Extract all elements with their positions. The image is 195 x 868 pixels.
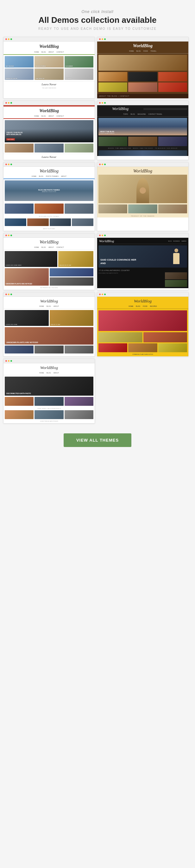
demo-card-1[interactable]: WorldBlog HOME BLOG ABOUT CONTACT GET PA…	[3, 37, 95, 99]
demo10-bottom-grid	[97, 343, 188, 353]
chrome-min-4	[102, 102, 103, 104]
demo-row-6: WorldBlog HOME BLOG ABOUT DISCONNECTED E…	[0, 359, 195, 424]
demo3-image-grid	[3, 144, 95, 154]
chrome-min-5	[8, 163, 9, 165]
demo2-img-6	[158, 83, 187, 92]
demo11-img-5	[35, 410, 63, 419]
demo5-hero: BLOG AND PHOTO THEMES AMAZING COLLECTION	[5, 180, 93, 201]
chrome-max-9	[10, 293, 12, 295]
demo-card-11[interactable]: WorldBlog HOME BLOG ABOUT DISCONNECTED E…	[3, 359, 95, 424]
demo1-img-3: CUCUMBER	[65, 56, 93, 67]
demo5-footer: BLOG AND PHOTO THEMES	[3, 215, 95, 218]
demo5-img-5	[27, 218, 49, 226]
chrome-max-6	[104, 163, 106, 165]
chrome-close-6	[99, 163, 101, 165]
demo-card-8[interactable]: WorldBlog BLOG BUSINESS GAMING	[97, 233, 189, 290]
demo3-footer: Laura Navar	[3, 154, 95, 160]
demo4-text-row: WHERE TIME AMAZES HIM · WHEN I HAD THE B…	[97, 147, 188, 150]
demo-card-7[interactable]: WorldBlog HOME BLOG ABOUT CONTACT LOOKS …	[3, 233, 95, 290]
view-all-themes-button[interactable]: View all Themes	[64, 433, 131, 447]
demo3-img-2	[35, 144, 63, 153]
demo3-img-3	[65, 144, 93, 153]
demo5-img-7	[72, 218, 93, 226]
demo9-img-cat: LOOKS LIKE HOME	[5, 310, 49, 326]
chrome-close-4	[99, 102, 101, 104]
demo1-img-4: DROPS OF COLOR	[5, 68, 34, 80]
demo-card-2[interactable]: WorldBlog HOME BLOG FOOD TRAVEL	[97, 37, 189, 99]
demo1-nav: HOME BLOG ABOUT CONTACT	[3, 51, 95, 55]
demo-card-5[interactable]: WorldBlog HOME BLOG PHOTO THEMES ABOUT B…	[3, 162, 95, 231]
demo6-img-1	[99, 205, 127, 213]
demo6-grid	[97, 205, 188, 215]
chrome-min-3	[8, 102, 9, 104]
header-preheading: One click Install	[6, 9, 189, 14]
demo7-hero-area: LOOKS LIKE HOME DEMO CALLED ON TO SAY	[3, 250, 95, 268]
chrome-min-10	[102, 293, 103, 295]
demo9-featured-row: UNKNOWN PLANTS ARE NOTICED	[3, 327, 95, 345]
window-chrome-7	[3, 233, 95, 238]
chrome-close-8	[99, 235, 101, 236]
chrome-close-5	[5, 163, 7, 165]
demo11-img-6	[65, 410, 93, 419]
demo6-caption: PRODUCT OF THE SEASON	[97, 215, 188, 217]
chrome-max-8	[104, 235, 106, 236]
window-chrome-3	[3, 101, 95, 105]
demo1-img-1: GET PACKED	[5, 56, 34, 67]
demo-card-9[interactable]: WorldBlog HOME BLOG ABOUT LOOKS LIKE HOM…	[3, 292, 95, 356]
demo3-featured: CREATE YOUR BLOGWITH WORLDBLOG BUY NOW	[3, 119, 95, 144]
demo4-img-1	[99, 136, 127, 146]
chrome-close-3	[5, 102, 7, 104]
demo10-img-2	[144, 332, 187, 342]
cta-section: View all Themes	[0, 426, 195, 450]
demo5-img-2	[35, 204, 63, 214]
demo-card-6[interactable]: WorldBlog PRODUCT OF THE SEASON	[97, 162, 189, 231]
demo-row-4: WorldBlog HOME BLOG ABOUT CONTACT LOOKS …	[0, 233, 195, 290]
demo2-hero	[99, 55, 187, 71]
demo-row-2: WorldBlog HOME BLOG ABOUT CONTACT CREATE…	[0, 100, 195, 160]
demo11-img-3	[65, 397, 93, 406]
demo11-logo: WorldBlog	[3, 363, 95, 371]
demo5-grid	[3, 202, 95, 215]
chrome-min-8	[102, 235, 103, 236]
chrome-max-10	[104, 293, 106, 295]
demo11-grid	[3, 397, 95, 407]
window-chrome-10	[97, 292, 188, 297]
chrome-close-10	[99, 293, 101, 295]
demo7-inner: WorldBlog HOME BLOG ABOUT CONTACT LOOKS …	[3, 238, 95, 290]
demo5-nav: HOME BLOG PHOTO THEMES ABOUT	[3, 175, 95, 179]
window-chrome-8	[97, 233, 188, 238]
demo7-logo: WorldBlog	[3, 238, 95, 246]
demo8-hero-text: SAID COULD CONVINCE HER AND	[100, 258, 142, 265]
demo7-nav: HOME BLOG ABOUT CONTACT	[3, 246, 95, 250]
demo5-bottom: ABOUT VULPUTATE	[3, 227, 95, 231]
demo8-topbar: WorldBlog BLOG BUSINESS GAMING	[97, 238, 188, 244]
demo10-img-4	[128, 343, 157, 352]
header-title: All Demos collection available	[6, 15, 189, 25]
demo10-mid-grid	[97, 332, 188, 343]
demo11-grid2	[3, 410, 95, 421]
demo-card-4[interactable]: WorldBlog TOPIC BLOG MAGAZINE CONTACT TR…	[97, 100, 189, 160]
demo-row6-spacer	[97, 359, 189, 424]
window-chrome-11	[3, 359, 95, 363]
demo10-img-3	[99, 343, 127, 352]
chrome-min-7	[8, 235, 9, 236]
demo7-small-grid	[50, 268, 94, 286]
demo5-inner: WorldBlog HOME BLOG PHOTO THEMES ABOUT B…	[3, 167, 95, 231]
window-chrome-9	[3, 292, 95, 297]
demo10-nav: HOME BLOG FOOD RECIPES	[97, 305, 188, 309]
demo8-side2	[165, 280, 187, 287]
demo6-inner: WorldBlog PRODUCT OF THE SEASON	[97, 167, 188, 217]
demo9-img-3	[65, 346, 93, 353]
chrome-max-5	[10, 163, 12, 165]
demo-card-10[interactable]: WorldBlog HOME BLOG FOOD RECIPES	[97, 292, 189, 356]
demo4-inner: WorldBlog TOPIC BLOG MAGAZINE CONTACT TR…	[97, 105, 188, 156]
demo-card-3[interactable]: WorldBlog HOME BLOG ABOUT CONTACT CREATE…	[3, 100, 95, 160]
demo9-bulldog: UNKNOWN PLANTS ARE NOTICED	[5, 327, 93, 345]
window-chrome-2	[97, 37, 188, 41]
demo7-pet-row: UNKNOWN PLANTS ARE NOTICED	[3, 268, 95, 286]
demo5-img-6	[50, 218, 71, 226]
demo6-img-3	[158, 205, 187, 213]
demo8-hero-image: SAID COULD CONVINCE HER AND	[99, 245, 187, 268]
window-chrome-5	[3, 162, 95, 167]
demo11-img-1	[5, 397, 34, 406]
